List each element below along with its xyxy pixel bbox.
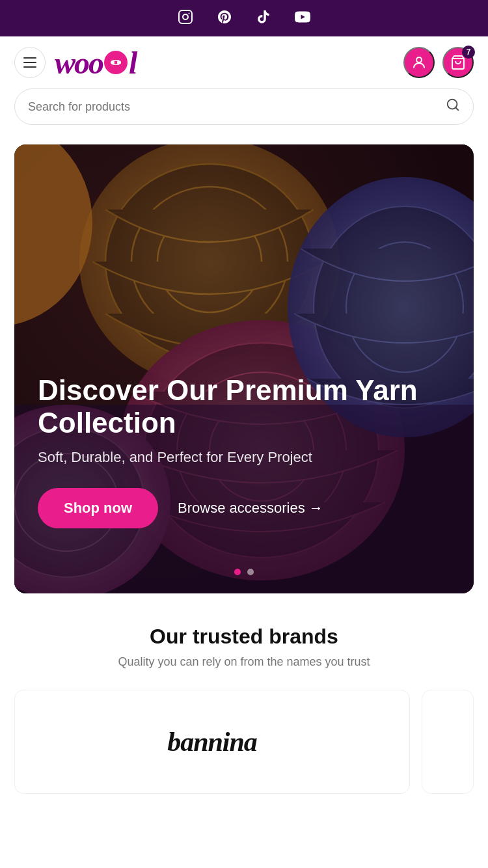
user-button[interactable]: [403, 47, 435, 78]
svg-rect-0: [179, 10, 192, 23]
carousel-dot-1[interactable]: [234, 569, 241, 575]
search-input[interactable]: [28, 100, 446, 114]
instagram-icon[interactable]: [178, 9, 193, 27]
hero-subtitle: Soft, Durable, and Perfect for Every Pro…: [38, 449, 450, 466]
header-left: w oo l: [14, 45, 136, 81]
svg-point-4: [111, 61, 115, 64]
svg-line-11: [455, 107, 458, 110]
search-bar: [14, 88, 474, 125]
tiktok-icon[interactable]: [256, 9, 271, 27]
hero-content: Discover Our Premium Yarn Collection Sof…: [14, 374, 474, 528]
logo-text: w: [55, 45, 74, 81]
youtube-icon[interactable]: [295, 9, 310, 27]
browse-accessories-link[interactable]: Browse accessories →: [178, 500, 323, 517]
brand-name-1: bannina: [167, 726, 257, 757]
hamburger-icon: [23, 57, 36, 68]
carousel-dots: [234, 569, 254, 575]
brand-card-partial: [422, 690, 474, 794]
svg-point-5: [117, 61, 121, 64]
svg-point-2: [189, 13, 190, 14]
brands-row: bannina: [14, 690, 474, 794]
svg-point-3: [104, 51, 128, 74]
search-icon[interactable]: [446, 98, 460, 116]
hero-banner: Discover Our Premium Yarn Collection Sof…: [14, 144, 474, 593]
hero-actions: Shop now Browse accessories →: [38, 488, 450, 528]
social-bar: [0, 0, 488, 36]
svg-point-8: [416, 57, 422, 62]
brand-card-1[interactable]: bannina: [14, 690, 410, 794]
hero-title: Discover Our Premium Yarn Collection: [38, 374, 450, 440]
svg-point-1: [183, 14, 188, 20]
header: w oo l: [0, 36, 488, 88]
brands-subtitle: Quality you can rely on from the names y…: [14, 655, 474, 669]
brands-section: Our trusted brands Quality you can rely …: [0, 593, 488, 807]
cart-icon: [450, 55, 466, 70]
cart-badge: 7: [462, 46, 475, 59]
logo-yarn-icon: [103, 50, 128, 75]
user-icon: [411, 55, 427, 70]
header-right: 7: [403, 47, 474, 78]
cart-button[interactable]: 7: [442, 47, 474, 78]
search-bar-container: [0, 88, 488, 138]
logo[interactable]: w oo l: [55, 45, 136, 81]
shop-now-button[interactable]: Shop now: [38, 488, 158, 528]
pinterest-icon[interactable]: [217, 9, 232, 27]
brands-title: Our trusted brands: [14, 625, 474, 649]
menu-button[interactable]: [14, 47, 46, 78]
carousel-dot-2[interactable]: [247, 569, 254, 575]
